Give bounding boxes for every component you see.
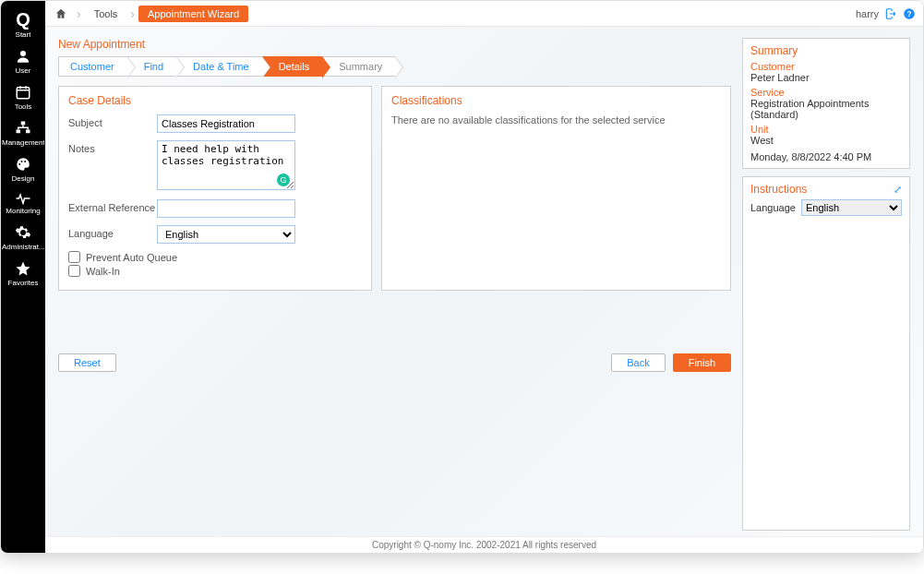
rail-admin-label: Administrat... bbox=[2, 243, 44, 251]
subject-input[interactable] bbox=[157, 114, 295, 133]
language-select[interactable]: English bbox=[157, 225, 295, 244]
case-details-panel: Case Details Subject Notes I need bbox=[58, 86, 372, 291]
q-logo-icon: Q bbox=[16, 10, 30, 29]
instructions-language-select[interactable]: English bbox=[801, 199, 902, 216]
rail-tools[interactable]: Tools bbox=[1, 78, 45, 114]
home-icon[interactable] bbox=[53, 6, 69, 22]
star-icon bbox=[15, 260, 31, 277]
app-window: Q Start User Tools Management Design bbox=[0, 0, 924, 554]
rail-design[interactable]: Design bbox=[1, 150, 45, 186]
current-user: harry bbox=[856, 8, 879, 19]
summary-unit-val: West bbox=[750, 135, 902, 146]
breadcrumb-sep: › bbox=[130, 6, 135, 21]
summary-unit-key: Unit bbox=[750, 124, 902, 135]
notes-label: Notes bbox=[68, 140, 157, 154]
rail-favorites[interactable]: Favorites bbox=[1, 255, 45, 291]
rail-monitoring-label: Monitoring bbox=[6, 207, 40, 215]
rail-admin[interactable]: Administrat... bbox=[1, 219, 45, 255]
extref-input[interactable] bbox=[157, 199, 295, 218]
svg-text:?: ? bbox=[907, 9, 912, 18]
breadcrumb-sep: › bbox=[77, 6, 81, 21]
user-icon bbox=[15, 48, 31, 65]
step-details[interactable]: Details bbox=[262, 56, 323, 77]
rail-start[interactable]: Q Start bbox=[1, 5, 45, 42]
svg-rect-7 bbox=[26, 130, 30, 134]
instructions-title: Instructions bbox=[750, 183, 807, 196]
content: New Appointment Customer Find Date & Tim… bbox=[45, 27, 923, 536]
calendar-icon bbox=[15, 84, 31, 101]
instructions-panel: Instructions ⤢ Language English bbox=[742, 176, 910, 531]
step-summary[interactable]: Summary bbox=[322, 56, 395, 77]
rail-start-label: Start bbox=[16, 30, 31, 39]
instructions-language-label: Language bbox=[750, 202, 796, 213]
prevent-auto-queue-label: Prevent Auto Queue bbox=[86, 252, 177, 263]
notes-textarea[interactable]: I need help with classes registration bbox=[157, 140, 295, 190]
summary-title: Summary bbox=[750, 44, 902, 57]
svg-point-9 bbox=[21, 161, 23, 162]
classifications-empty: There are no available classifications f… bbox=[391, 114, 721, 126]
walkin-checkbox[interactable] bbox=[68, 265, 80, 277]
finish-button[interactable]: Finish bbox=[673, 353, 731, 372]
topbar-right: harry ? bbox=[856, 7, 916, 20]
classifications-title: Classifications bbox=[391, 94, 721, 107]
back-button[interactable]: Back bbox=[611, 353, 665, 372]
logout-icon[interactable] bbox=[884, 7, 897, 20]
extref-label: External Reference bbox=[68, 199, 157, 213]
rail-tools-label: Tools bbox=[15, 102, 32, 111]
svg-point-8 bbox=[18, 163, 20, 165]
svg-point-0 bbox=[20, 51, 26, 56]
svg-rect-6 bbox=[17, 130, 21, 134]
reset-button[interactable]: Reset bbox=[58, 353, 116, 372]
rail-management[interactable]: Management bbox=[1, 114, 45, 150]
prevent-auto-queue-checkbox[interactable] bbox=[68, 251, 80, 263]
svg-rect-1 bbox=[17, 88, 30, 99]
classifications-panel: Classifications There are no available c… bbox=[381, 86, 731, 291]
palette-icon bbox=[15, 156, 31, 173]
summary-datetime: Monday, 8/8/2022 4:40 PM bbox=[750, 151, 902, 162]
sitemap-icon bbox=[15, 120, 31, 137]
step-customer[interactable]: Customer bbox=[58, 56, 127, 77]
summary-customer-key: Customer bbox=[750, 61, 902, 72]
rail-favorites-label: Favorites bbox=[8, 279, 39, 287]
language-label: Language bbox=[68, 225, 157, 239]
left-rail: Q Start User Tools Management Design bbox=[1, 1, 45, 553]
rail-user-label: User bbox=[16, 66, 31, 75]
main-area: › Tools › Appointment Wizard harry ? New… bbox=[45, 1, 923, 553]
actions-row: Reset Back Finish bbox=[58, 353, 731, 372]
grammar-check-icon[interactable]: G bbox=[277, 173, 290, 186]
pulse-icon bbox=[15, 192, 31, 205]
summary-service-val: Registration Appointments (Standard) bbox=[750, 98, 902, 120]
walkin-label: Walk-In bbox=[86, 266, 120, 277]
summary-customer-val: Peter Ladner bbox=[750, 72, 902, 83]
summary-service-key: Service bbox=[750, 87, 902, 98]
expand-icon[interactable]: ⤢ bbox=[894, 184, 902, 196]
footer-copyright: Copyright © Q-nomy Inc. 2002-2021 All ri… bbox=[45, 536, 923, 553]
svg-rect-5 bbox=[21, 122, 26, 126]
rail-user[interactable]: User bbox=[1, 42, 45, 78]
step-datetime[interactable]: Date & Time bbox=[176, 56, 262, 77]
col-side: Summary Customer Peter Ladner Service Re… bbox=[742, 38, 910, 531]
breadcrumb-tools[interactable]: Tools bbox=[85, 6, 127, 22]
col-main: New Appointment Customer Find Date & Tim… bbox=[58, 38, 731, 531]
subject-label: Subject bbox=[68, 114, 157, 128]
wizard-steps: Customer Find Date & Time Details Summar… bbox=[58, 56, 731, 77]
topbar: › Tools › Appointment Wizard harry ? bbox=[45, 1, 923, 27]
gear-icon bbox=[15, 224, 31, 241]
rail-design-label: Design bbox=[12, 174, 35, 183]
summary-panel: Summary Customer Peter Ladner Service Re… bbox=[742, 38, 910, 169]
svg-point-10 bbox=[24, 161, 26, 162]
case-details-title: Case Details bbox=[68, 94, 362, 107]
panels: Case Details Subject Notes I need bbox=[58, 86, 731, 291]
help-icon[interactable]: ? bbox=[903, 7, 916, 20]
rail-management-label: Management bbox=[2, 138, 44, 147]
rail-monitoring[interactable]: Monitoring bbox=[1, 186, 45, 219]
breadcrumb-wizard[interactable]: Appointment Wizard bbox=[138, 6, 248, 22]
page-title: New Appointment bbox=[58, 38, 731, 51]
